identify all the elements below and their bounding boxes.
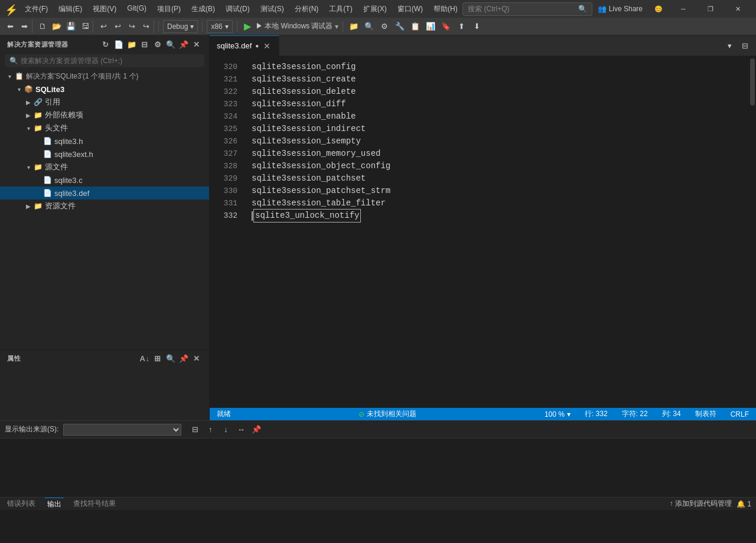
toolbar-forward[interactable]: ➡ xyxy=(18,20,31,33)
properties-filter-btn[interactable]: 🔍 xyxy=(165,353,176,364)
status-col-value: 列: 34 xyxy=(662,409,681,419)
menu-view[interactable]: 视图(V) xyxy=(88,3,121,15)
tree-references[interactable]: ▶ 🔗 引用 xyxy=(0,96,209,109)
status-row-value: 行: 332 xyxy=(585,409,608,419)
status-row[interactable]: 行: 332 xyxy=(582,408,610,420)
menu-file[interactable]: 文件(F) xyxy=(20,3,53,15)
menu-tools[interactable]: 工具(T) xyxy=(324,3,357,15)
output-clear-btn[interactable]: ⊟ xyxy=(188,423,201,436)
menu-git[interactable]: Git(G) xyxy=(122,3,151,15)
tab-find-results[interactable]: 查找符号结果 xyxy=(71,498,118,511)
toolbar-redo2[interactable]: ↪ xyxy=(139,20,152,33)
tab-error-list[interactable]: 错误列表 xyxy=(5,498,38,511)
run-button[interactable]: ▶ xyxy=(242,21,253,32)
properties-close-btn[interactable]: ✕ xyxy=(191,353,202,364)
editor-scrollbar[interactable] xyxy=(748,56,756,408)
toolbar-new[interactable]: 🗋 xyxy=(36,20,49,33)
minimize-button[interactable]: ─ xyxy=(670,0,697,18)
toolbar-separator-4 xyxy=(343,21,343,32)
status-line-ending[interactable]: CRLF xyxy=(728,408,751,420)
cursor-box: sqlite3_unlock_notify xyxy=(253,209,361,223)
toolbar-back[interactable]: ⬅ xyxy=(4,20,17,33)
run-dropdown[interactable]: ▾ xyxy=(335,22,338,31)
toolbar-extra7[interactable]: ⬇ xyxy=(470,20,483,33)
title-search-box[interactable]: 搜索 (Ctrl+Q) 🔍 xyxy=(462,2,592,16)
status-char[interactable]: 字符: 22 xyxy=(620,408,650,420)
tab-close-btn[interactable]: ✕ xyxy=(262,41,272,51)
output-pin-btn[interactable]: 📌 xyxy=(250,423,263,436)
toolbar-save2[interactable]: 🖫 xyxy=(79,20,92,33)
status-col[interactable]: 列: 34 xyxy=(660,408,683,420)
sidebar-close-btn[interactable]: ✕ xyxy=(191,39,202,50)
toolbar-folder[interactable]: 📁 xyxy=(347,20,360,33)
menu-debug[interactable]: 调试(D) xyxy=(221,3,255,15)
toolbar-undo[interactable]: ↩ xyxy=(97,20,110,33)
tab-split-btn[interactable]: ⊟ xyxy=(738,39,751,52)
toolbar-search[interactable]: 🔍 xyxy=(363,20,376,33)
output-source-select[interactable] xyxy=(63,424,181,436)
toolbar-extra5[interactable]: 🔖 xyxy=(439,20,452,33)
output-wrap-btn[interactable]: ↔ xyxy=(234,423,247,436)
menu-edit[interactable]: 编辑(E) xyxy=(54,3,87,15)
tree-sqlite3-c[interactable]: 📄 sqlite3.c xyxy=(0,174,209,187)
status-zoom[interactable]: 100 % ▾ xyxy=(542,408,573,420)
sidebar-settings-btn[interactable]: ⚙ xyxy=(152,39,163,50)
platform-dropdown[interactable]: x86 ▾ xyxy=(207,20,232,33)
menu-help[interactable]: 帮助(H) xyxy=(429,3,462,15)
editor-content[interactable]: 320 321 322 323 324 325 326 327 328 329 … xyxy=(210,56,756,408)
toolbar-save-all[interactable]: 💾 xyxy=(64,20,77,33)
tree-sqlite3-h[interactable]: 📄 sqlite3.h xyxy=(0,135,209,148)
sidebar-search-btn[interactable]: 🔍 xyxy=(165,39,176,50)
tree-header-files[interactable]: ▾ 📁 头文件 xyxy=(0,122,209,135)
tree-resource-files[interactable]: ▶ 📁 资源文件 xyxy=(0,199,209,212)
live-share-button[interactable]: 👥 Live Share xyxy=(593,4,647,14)
menu-build[interactable]: 生成(B) xyxy=(187,3,220,15)
menu-window[interactable]: 窗口(W) xyxy=(393,3,428,15)
sidebar-pin-btn[interactable]: 📌 xyxy=(178,39,189,50)
sidebar-collapse-btn[interactable]: ⊟ xyxy=(139,39,150,50)
menu-project[interactable]: 项目(P) xyxy=(152,3,185,15)
toolbar-open[interactable]: 📂 xyxy=(50,20,63,33)
sidebar-search-input[interactable] xyxy=(21,57,200,65)
tab-sqlite3-def[interactable]: sqlite3.def ● ✕ xyxy=(210,35,279,56)
code-content[interactable]: sqlite3session_config sqlite3session_cre… xyxy=(242,56,748,408)
restore-button[interactable]: ❐ xyxy=(697,0,724,18)
toolbar-redo[interactable]: ↪ xyxy=(125,20,138,33)
status-tab-mode[interactable]: 制表符 xyxy=(693,408,719,420)
menu-test[interactable]: 测试(S) xyxy=(256,3,289,15)
toolbar-extra3[interactable]: 📋 xyxy=(409,20,422,33)
menu-analyze[interactable]: 分析(N) xyxy=(290,3,324,15)
tab-overflow-btn[interactable]: ▾ xyxy=(723,39,736,52)
status-no-issues[interactable]: ⊘ 未找到相关问题 xyxy=(359,409,416,419)
toolbar-undo2[interactable]: ↩ xyxy=(111,20,124,33)
tree-external-deps[interactable]: ▶ 📁 外部依赖项 xyxy=(0,109,209,122)
properties-pin-btn[interactable]: 📌 xyxy=(178,353,189,364)
status-ready[interactable]: 就绪 xyxy=(214,408,233,420)
output-up-btn[interactable]: ↑ xyxy=(204,423,217,436)
toolbar-extra1[interactable]: ⚙ xyxy=(378,20,391,33)
tree-source-files[interactable]: ▾ 📁 源文件 xyxy=(0,161,209,174)
properties-sort-btn[interactable]: A↓ xyxy=(139,353,150,364)
sidebar-sync-btn[interactable]: ↻ xyxy=(100,39,111,50)
toolbar-extra2[interactable]: 🔧 xyxy=(393,20,406,33)
scrollbar-thumb[interactable] xyxy=(750,58,755,106)
toolbar-separator-1 xyxy=(158,21,159,32)
properties-grid-btn[interactable]: ⊞ xyxy=(152,353,163,364)
sidebar-new-folder-btn[interactable]: 📁 xyxy=(126,39,137,50)
output-down-btn[interactable]: ↓ xyxy=(219,423,232,436)
feedback-icon[interactable]: 😊 xyxy=(651,4,666,14)
add-to-source-control[interactable]: ↑ 添加到源代码管理 xyxy=(670,499,732,509)
toolbar-extra4[interactable]: 📊 xyxy=(424,20,437,33)
menu-extensions[interactable]: 扩展(X) xyxy=(359,3,392,15)
sidebar-new-file-btn[interactable]: 📄 xyxy=(113,39,124,50)
notification-bell[interactable]: 🔔 1 xyxy=(737,500,751,508)
close-button[interactable]: ✕ xyxy=(724,0,751,18)
tree-sqlite3ext-h[interactable]: 📄 sqlite3ext.h xyxy=(0,148,209,161)
solution-root[interactable]: ▾ 📋 解决方案'SQLite3'(1 个项目/共 1 个) xyxy=(0,70,209,83)
toolbar-extra6[interactable]: ⬆ xyxy=(455,20,468,33)
tree-sqlite3-def[interactable]: 📄 sqlite3.def xyxy=(0,187,209,199)
tab-output[interactable]: 输出 xyxy=(45,498,64,511)
debug-config-dropdown[interactable]: Debug ▾ xyxy=(163,20,198,33)
ext-deps-expand-icon: ▶ xyxy=(24,110,33,120)
project-root[interactable]: ▾ 📦 SQLite3 xyxy=(0,83,209,96)
